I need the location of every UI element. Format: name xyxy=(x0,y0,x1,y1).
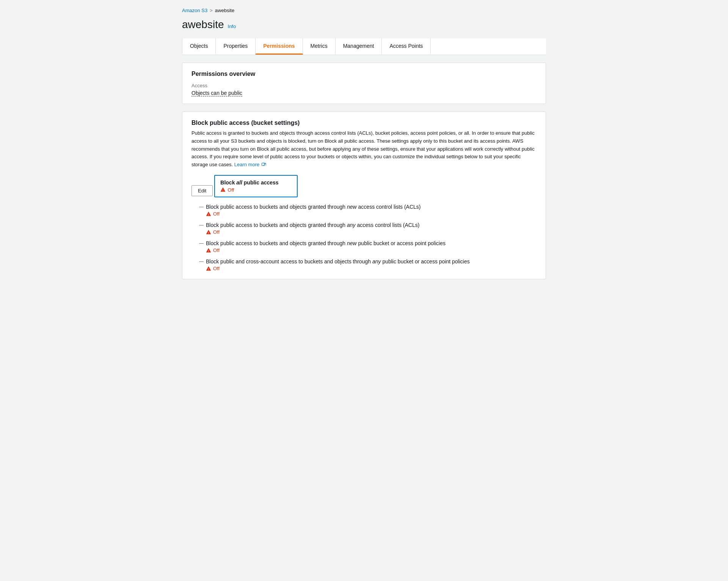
tabs: Objects Properties Permissions Metrics M… xyxy=(182,38,546,55)
sub-item-3-warning-icon: ! xyxy=(206,248,211,253)
sub-item-2-status: ! Off xyxy=(206,229,537,235)
edit-button[interactable]: Edit xyxy=(191,185,213,196)
svg-text:!: ! xyxy=(208,231,209,234)
sub-item-3: Block public access to buckets and objec… xyxy=(199,240,537,253)
svg-rect-0 xyxy=(262,163,264,165)
breadcrumb: Amazon S3 > awebsite xyxy=(182,8,546,13)
sub-item-2-warning-icon: ! xyxy=(206,230,211,235)
breadcrumb-separator: > xyxy=(210,8,213,13)
access-label: Access xyxy=(191,83,537,88)
sub-item-2-title: Block public access to buckets and objec… xyxy=(206,222,537,228)
tab-objects[interactable]: Objects xyxy=(182,38,216,55)
learn-more-text: Learn more xyxy=(234,162,259,167)
sub-item-1: Block public access to buckets and objec… xyxy=(199,204,537,217)
page-title-row: awebsite Info xyxy=(182,19,546,31)
sub-item-1-warning-icon: ! xyxy=(206,211,211,217)
breadcrumb-parent-link[interactable]: Amazon S3 xyxy=(182,8,207,13)
svg-text:!: ! xyxy=(223,189,223,192)
block-public-access-card: Block public access (bucket settings) Pu… xyxy=(182,112,546,279)
block-public-access-title: Block public access (bucket settings) xyxy=(191,120,537,126)
breadcrumb-current: awebsite xyxy=(215,8,234,13)
block-all-title: Block all public access xyxy=(220,179,292,186)
block-all-status: ! Off xyxy=(220,187,292,193)
sub-item-4: Block public and cross-account access to… xyxy=(199,258,537,271)
svg-text:!: ! xyxy=(208,213,209,216)
page-title: awebsite xyxy=(182,19,224,31)
sub-item-1-off-label: Off xyxy=(213,211,220,217)
sub-item-3-off-label: Off xyxy=(213,247,220,253)
svg-text:!: ! xyxy=(208,249,209,252)
sub-item-4-warning-icon: ! xyxy=(206,266,211,271)
sub-item-3-status: ! Off xyxy=(206,247,537,253)
tabs-container: Objects Properties Permissions Metrics M… xyxy=(182,38,546,55)
sub-item-3-title: Block public access to buckets and objec… xyxy=(206,240,537,246)
sub-item-2-off-label: Off xyxy=(213,229,220,235)
tab-metrics[interactable]: Metrics xyxy=(303,38,336,55)
sub-item-1-status: ! Off xyxy=(206,211,537,217)
sub-item-1-title: Block public access to buckets and objec… xyxy=(206,204,537,210)
external-link-icon xyxy=(262,163,266,167)
svg-text:!: ! xyxy=(208,268,209,270)
sub-item-4-title: Block public and cross-account access to… xyxy=(206,258,537,265)
learn-more-link[interactable]: Learn more xyxy=(234,162,266,167)
info-link[interactable]: Info xyxy=(228,24,236,29)
tab-access-points[interactable]: Access Points xyxy=(382,38,431,55)
tab-management[interactable]: Management xyxy=(336,38,382,55)
block-all-box: Block all public access ! Off xyxy=(214,175,298,197)
permissions-overview-card: Permissions overview Access Objects can … xyxy=(182,63,546,104)
sub-item-2: Block public access to buckets and objec… xyxy=(199,222,537,235)
sub-item-4-off-label: Off xyxy=(213,266,220,271)
sub-item-4-status: ! Off xyxy=(206,266,537,271)
warning-icon: ! xyxy=(220,187,226,192)
block-public-access-description: Public access is granted to buckets and … xyxy=(191,129,537,169)
block-all-off-label: Off xyxy=(228,187,234,193)
tab-permissions[interactable]: Permissions xyxy=(256,38,303,55)
permissions-overview-title: Permissions overview xyxy=(191,71,537,77)
tab-properties[interactable]: Properties xyxy=(216,38,256,55)
access-value: Objects can be public xyxy=(191,90,242,96)
sub-items-list: Block public access to buckets and objec… xyxy=(199,204,537,271)
